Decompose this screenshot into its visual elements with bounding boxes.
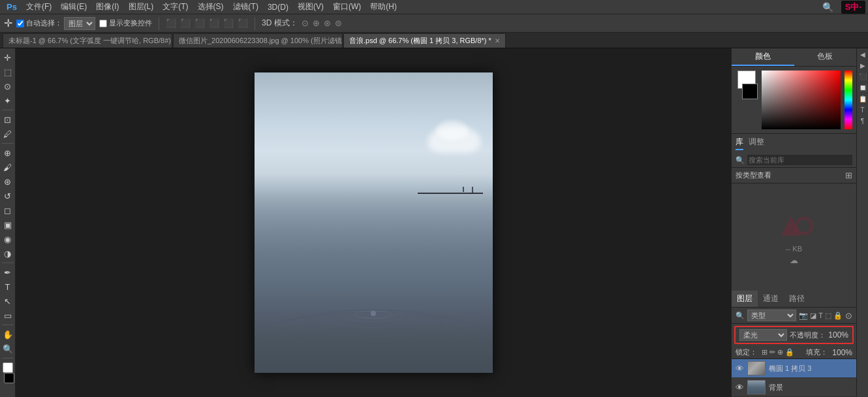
menu-view[interactable]: 视图(V) bbox=[294, 0, 328, 14]
lock-paint-icon[interactable]: ✏ bbox=[769, 348, 775, 357]
lock-transparency-icon[interactable]: ⊞ bbox=[762, 348, 767, 357]
hand-tool[interactable]: ✋ bbox=[1, 328, 14, 341]
mini-tool-clip[interactable]: 📋 bbox=[858, 94, 868, 104]
mini-tool-para[interactable]: ¶ bbox=[860, 116, 865, 126]
align-center-h-icon[interactable]: ⬛ bbox=[180, 18, 191, 28]
tab-1[interactable]: 微信图片_20200606223308.jpg @ 100% (照片滤镜 1, … bbox=[173, 33, 343, 48]
mini-tool-text[interactable]: T bbox=[859, 105, 865, 115]
history-brush-tool[interactable]: ↺ bbox=[1, 189, 14, 202]
background-color[interactable] bbox=[742, 84, 758, 99]
layers-tab[interactable]: 图层 bbox=[732, 291, 758, 307]
layer-visibility-ellipse[interactable]: 👁 bbox=[736, 364, 744, 373]
menu-layer[interactable]: 图层(L) bbox=[125, 0, 158, 14]
library-tab[interactable]: 库 bbox=[736, 136, 743, 150]
align-center-v-icon[interactable]: ⬛ bbox=[223, 18, 234, 28]
mini-tool-frame[interactable]: 🔲 bbox=[858, 83, 868, 93]
spot-heal-tool[interactable]: ⊕ bbox=[1, 146, 14, 159]
tab-1-label: 微信图片_20200606223308.jpg @ 100% (照片滤镜 1, … bbox=[179, 36, 343, 46]
layers-list: 👁 椭圆 1 拷贝 3 👁 背景 bbox=[732, 359, 856, 397]
menu-text[interactable]: 文字(T) bbox=[159, 0, 192, 14]
align-top-icon[interactable]: ⬛ bbox=[209, 18, 219, 28]
menu-help[interactable]: 帮助(H) bbox=[366, 0, 401, 14]
path-select-tool[interactable]: ↖ bbox=[1, 294, 14, 308]
layer-type-filter[interactable]: 类型 bbox=[747, 310, 796, 321]
shape-filter-icon[interactable]: ⬚ bbox=[825, 311, 831, 320]
lock-position-icon[interactable]: ⊕ bbox=[777, 348, 783, 357]
move-tool[interactable]: ✛ bbox=[1, 51, 14, 64]
search-icon[interactable]: 🔍 bbox=[818, 1, 837, 14]
three-d-icon1[interactable]: ⊙ bbox=[302, 18, 309, 28]
layer-visibility-bg[interactable]: 👁 bbox=[736, 383, 744, 392]
layer-name-ellipse: 椭圆 1 拷贝 3 bbox=[769, 364, 852, 373]
swatch-tab[interactable]: 色板 bbox=[794, 48, 857, 66]
three-d-icon2[interactable]: ⊕ bbox=[313, 18, 320, 28]
menu-file[interactable]: 文件(F) bbox=[22, 0, 55, 14]
align-left-icon[interactable]: ⬛ bbox=[166, 18, 176, 28]
smart-filter-icon[interactable]: 🔒 bbox=[833, 311, 843, 320]
tab-0[interactable]: 未标题-1 @ 66.7% (文字弧度 一键调节哈, RGB/8#) * ✕ bbox=[3, 33, 172, 48]
channels-tab[interactable]: 通道 bbox=[758, 291, 784, 307]
blend-mode-select[interactable]: 柔光 正常 溶解 变暗 正片叠底 bbox=[739, 329, 787, 341]
mini-tool-play[interactable]: ▶ bbox=[859, 61, 867, 71]
selection-tool[interactable]: ⬚ bbox=[1, 65, 14, 78]
magic-wand-tool[interactable]: ✦ bbox=[1, 94, 14, 107]
tab-0-label: 未标题-1 @ 66.7% (文字弧度 一键调节哈, RGB/8#) * bbox=[8, 36, 172, 46]
menu-edit[interactable]: 编辑(E) bbox=[57, 0, 91, 14]
auto-select-dropdown[interactable]: 图层 组 bbox=[64, 17, 95, 30]
panel-collapse-icon[interactable]: ◀ bbox=[859, 50, 867, 59]
pen-tool[interactable]: ✒ bbox=[1, 266, 14, 279]
adobe-cc-icon bbox=[775, 210, 814, 242]
auto-select-checkbox[interactable] bbox=[16, 20, 24, 27]
three-d-icon3[interactable]: ⊛ bbox=[324, 18, 331, 28]
fg-color-swatch[interactable] bbox=[3, 362, 13, 373]
menu-image[interactable]: 图像(I) bbox=[92, 0, 123, 14]
gradient-tool[interactable]: ▣ bbox=[1, 218, 14, 231]
align-bottom-icon[interactable]: ⬛ bbox=[238, 18, 248, 28]
clone-stamp-tool[interactable]: ⊛ bbox=[1, 175, 14, 188]
blur-tool[interactable]: ◉ bbox=[1, 232, 14, 246]
separator bbox=[159, 17, 159, 30]
move-tool-icon[interactable]: ✛ bbox=[4, 17, 12, 29]
layer-item-ellipse[interactable]: 👁 椭圆 1 拷贝 3 bbox=[732, 359, 856, 378]
tab-2[interactable]: 音浪.psd @ 66.7% (椭圆 1 拷贝 3, RGB/8*) * ✕ bbox=[343, 33, 506, 48]
text-tool[interactable]: T bbox=[1, 280, 14, 293]
show-transform-checkbox[interactable] bbox=[99, 20, 107, 27]
eraser-tool[interactable]: ◻ bbox=[1, 204, 14, 217]
menu-3d[interactable]: 3D(D) bbox=[264, 1, 292, 13]
crop-tool[interactable]: ⊡ bbox=[1, 113, 14, 126]
three-d-icon4[interactable]: ⊜ bbox=[335, 18, 342, 28]
lasso-tool[interactable]: ⊙ bbox=[1, 80, 14, 93]
pixel-filter-icon[interactable]: 📷 bbox=[799, 311, 808, 320]
tab-2-label: 音浪.psd @ 66.7% (椭圆 1 拷贝 3, RGB/8*) * bbox=[349, 36, 491, 46]
library-search-input[interactable] bbox=[747, 155, 852, 165]
lock-all-icon[interactable]: 🔒 bbox=[785, 348, 794, 357]
align-right-icon[interactable]: ⬛ bbox=[194, 18, 205, 28]
adjustment-filter-icon[interactable]: ◪ bbox=[810, 311, 816, 320]
menu-select[interactable]: 选择(S) bbox=[194, 0, 228, 14]
lock-label: 锁定： bbox=[736, 347, 757, 357]
hue-slider[interactable] bbox=[845, 71, 852, 129]
svg-point-0 bbox=[796, 218, 812, 234]
color-picker-area bbox=[732, 67, 856, 133]
mini-tool-black[interactable]: ⬛ bbox=[858, 72, 868, 82]
layer-item-background[interactable]: 👁 背景 bbox=[732, 378, 856, 397]
category-grid-icon[interactable]: ⊞ bbox=[845, 170, 852, 180]
text-filter-icon[interactable]: T bbox=[818, 311, 823, 320]
menu-window[interactable]: 窗口(W) bbox=[329, 0, 365, 14]
menu-filter[interactable]: 滤镜(T) bbox=[229, 0, 262, 14]
layer-name-bg: 背景 bbox=[769, 383, 852, 392]
tab-2-close[interactable]: ✕ bbox=[495, 37, 500, 44]
dodge-tool[interactable]: ◑ bbox=[1, 247, 14, 260]
filter-search-icon: 🔍 bbox=[736, 311, 745, 320]
color-tab[interactable]: 颜色 bbox=[732, 48, 794, 66]
main-layout: ✛ ⬚ ⊙ ✦ ⊡ 🖊 ⊕ 🖌 ⊛ ↺ ◻ ▣ ◉ ◑ ✒ T ↖ ▭ ✋ 🔍 bbox=[0, 48, 868, 397]
adjust-tab[interactable]: 调整 bbox=[749, 136, 764, 150]
zoom-tool[interactable]: 🔍 bbox=[1, 342, 14, 355]
bg-color-swatch[interactable] bbox=[4, 373, 14, 383]
eyedropper-tool[interactable]: 🖊 bbox=[1, 127, 14, 140]
paths-tab[interactable]: 路径 bbox=[784, 291, 810, 307]
toggle-filter-icon[interactable]: ⊙ bbox=[845, 311, 852, 321]
shape-tool[interactable]: ▭ bbox=[1, 309, 14, 322]
brush-tool[interactable]: 🖌 bbox=[1, 161, 14, 174]
color-gradient[interactable] bbox=[762, 71, 841, 129]
